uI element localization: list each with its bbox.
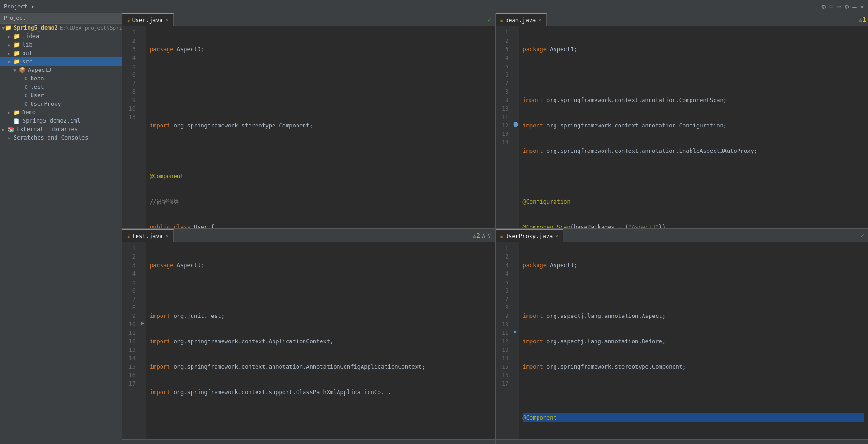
tab-close-icon[interactable]: ✕ [538, 17, 541, 23]
sidebar-item-aspectj[interactable]: ▼ 📦 AspectJ [0, 66, 122, 74]
line-numbers-userproxy: 12345 678910 1112131415 1617 [496, 242, 513, 439]
gear-icon[interactable]: ⚙ [845, 3, 849, 10]
java-icon: ☕ [127, 17, 130, 23]
code-area-user[interactable]: 12345 678910 13 package AspectJ; import … [122, 26, 495, 228]
project-dropdown[interactable]: Project ▾ [4, 3, 34, 10]
tab-bar-userproxy: ☕ UserProxy.java ✕ ✓ [496, 229, 868, 242]
sidebar-item-lib[interactable]: ▶ 📁 lib [0, 40, 122, 49]
tree-label: test [31, 84, 44, 90]
code-area-test[interactable]: 12345 678910 1112131415 1617 ▶ package A… [122, 242, 495, 439]
editor-pane-bean: ☕ bean.java ✕ ⚠1 12345 678910 11121314 [496, 13, 868, 228]
sidebar-item-src[interactable]: ▼ 📁 src [0, 57, 122, 66]
sidebar-item-iml[interactable]: 📄 Spring5_demo2.iml [0, 117, 122, 125]
arrow-icon: ▶ [8, 110, 13, 115]
project-icon: 📁 [5, 24, 12, 31]
editor-top-row: ☕ User.java ✕ ✓ 12345 678910 13 pa [122, 13, 868, 229]
tree-label: Spring5_demo2.iml [23, 118, 80, 124]
code-area-bean[interactable]: 12345 678910 11121314 ⬤ package AspectJ; [496, 26, 868, 228]
code-area-userproxy[interactable]: 12345 678910 1112131415 1617 ▶ package A… [496, 242, 868, 439]
line-numbers-bean: 12345 678910 11121314 [496, 26, 513, 228]
gutter-bean: ⬤ [513, 26, 519, 228]
tree-label: .idea [22, 33, 39, 40]
editor-pane-test: ☕ test.java ✕ ⚠2 ∧ ∨ 12345 678910 111213… [122, 229, 496, 444]
sidebar-item-external-libraries[interactable]: ▶ 📚 External Libraries [0, 125, 122, 134]
nav-up[interactable]: ∧ [482, 232, 488, 239]
class-icon: C [24, 76, 28, 82]
horizontal-scrollbar-test[interactable] [122, 439, 495, 444]
tree-label: src [22, 58, 32, 65]
tree-label: Spring5_demo2 [14, 24, 58, 31]
arrow-icon: ▶ [2, 127, 8, 132]
class-icon: C [24, 84, 28, 90]
sidebar-title: Project [4, 15, 25, 21]
code-content-test[interactable]: package AspectJ; import org.junit.Test; … [146, 242, 495, 439]
code-content-user[interactable]: package AspectJ; import org.springframew… [146, 26, 495, 228]
tab-close-icon[interactable]: ✕ [166, 233, 169, 238]
check-status: ✓ [488, 16, 495, 23]
sidebar-item-test[interactable]: C test [0, 83, 122, 91]
gutter-user [139, 26, 146, 228]
arrow-icon: ▶ [8, 34, 13, 39]
tab-close-icon[interactable]: ✕ [555, 233, 558, 238]
editor-bottom-row: ☕ test.java ✕ ⚠2 ∧ ∨ 12345 678910 111213… [122, 229, 868, 444]
arrow-icon: ▶ [8, 51, 13, 56]
tab-bar-bean: ☕ bean.java ✕ ⚠1 [496, 13, 868, 26]
iml-icon: 📄 [13, 118, 20, 124]
tree-label: Demo [22, 109, 36, 116]
class-icon: C [24, 101, 28, 107]
tab-user-java[interactable]: ☕ User.java ✕ [122, 13, 174, 26]
tree-label: AspectJ [28, 67, 52, 73]
folder-icon: 📁 [13, 50, 20, 56]
sidebar-item-userproxy[interactable]: C UserProxy [0, 100, 122, 108]
close-icon[interactable]: ✕ [860, 3, 864, 10]
nav-down[interactable]: ∨ [488, 232, 495, 239]
tab-label: bean.java [505, 17, 536, 24]
tree-label: Scratches and Consoles [14, 135, 88, 141]
gutter-test: ▶ [139, 242, 146, 439]
sidebar-item-idea[interactable]: ▶ 📁 .idea [0, 32, 122, 40]
tab-bar-user: ☕ User.java ✕ ✓ [122, 13, 495, 26]
tree-label: out [22, 50, 32, 56]
java-icon: ☕ [500, 233, 504, 239]
java-icon: ☕ [500, 17, 504, 23]
tree-label: bean [31, 75, 44, 82]
sidebar-item-user[interactable]: C User [0, 91, 122, 100]
java-icon: ☕ [127, 233, 130, 239]
library-icon: 📚 [8, 126, 15, 133]
folder-icon: 📁 [13, 58, 20, 65]
sidebar-item-spring5demo2[interactable]: ▼ 📁 Spring5_demo2 E:\IDEA_project\Spring… [0, 24, 122, 32]
horizontal-scrollbar-userproxy[interactable] [496, 439, 868, 444]
code-content-bean[interactable]: package AspectJ; import org.springframew… [519, 26, 868, 228]
warn-status: ⚠2 [473, 232, 482, 239]
sidebar-item-bean[interactable]: C bean [0, 74, 122, 83]
collapse-icon[interactable]: ⇌ [837, 3, 841, 10]
tab-close-icon[interactable]: ✕ [166, 17, 169, 23]
tab-userproxy-java[interactable]: ☕ UserProxy.java ✕ [496, 229, 564, 242]
tab-label: UserProxy.java [505, 233, 553, 239]
tab-bean-java[interactable]: ☕ bean.java ✕ [496, 13, 547, 26]
warn-status: ⚠1 [859, 16, 868, 23]
line-numbers-test: 12345 678910 1112131415 1617 [122, 242, 139, 439]
tab-label: User.java [132, 17, 163, 24]
sidebar: Project ▼ 📁 Spring5_demo2 E:\IDEA_projec… [0, 13, 122, 444]
tree-label: External Libraries [16, 126, 78, 133]
tab-label: test.java [132, 233, 163, 239]
settings-icon[interactable]: ⚙ [821, 3, 825, 10]
title-bar-left: Project ▾ [4, 3, 34, 10]
title-bar-icons: ⚙ ≡ ⇌ ⚙ — ✕ [821, 3, 864, 10]
folder-icon: 📁 [13, 33, 20, 40]
tree-label: UserProxy [31, 101, 61, 107]
sidebar-item-scratches[interactable]: ✏ Scratches and Consoles [0, 134, 122, 142]
minimize-icon[interactable]: — [852, 3, 856, 10]
editor-pane-userproxy: ☕ UserProxy.java ✕ ✓ 12345 678910 111213… [496, 229, 868, 444]
sidebar-item-demo[interactable]: ▶ 📁 Demo [0, 108, 122, 117]
editor-area: ☕ User.java ✕ ✓ 12345 678910 13 pa [122, 13, 868, 444]
code-content-userproxy[interactable]: package AspectJ; import org.aspectj.lang… [519, 242, 868, 439]
tree-label: User [31, 92, 44, 99]
check-status: ✓ [860, 232, 868, 239]
structure-icon[interactable]: ≡ [829, 3, 833, 10]
scratches-icon: ✏ [8, 135, 11, 141]
tab-test-java[interactable]: ☕ test.java ✕ [122, 229, 174, 242]
sidebar-item-out[interactable]: ▶ 📁 out [0, 49, 122, 57]
tree-label: lib [22, 41, 32, 48]
